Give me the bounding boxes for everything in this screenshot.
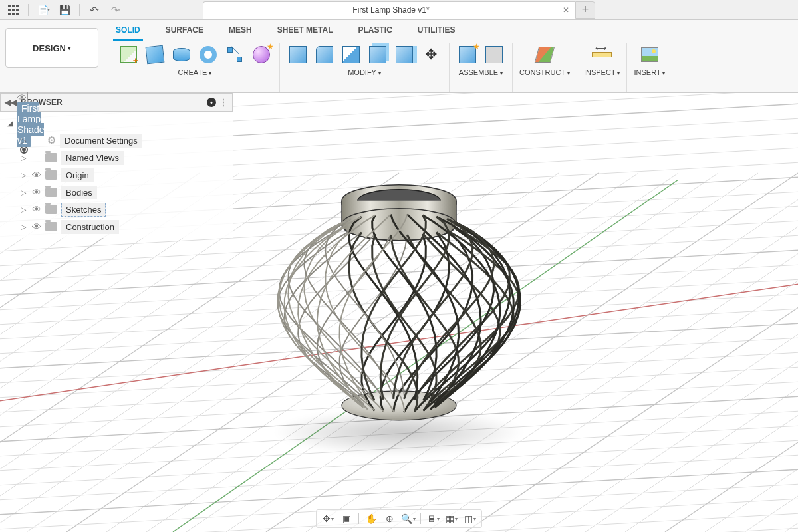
group-insert: INSERT ▾: [627, 43, 672, 92]
expand-icon[interactable]: ▷: [19, 154, 28, 162]
create-form-icon[interactable]: ★: [250, 43, 273, 66]
modify-combine-icon[interactable]: [366, 43, 389, 66]
visibility-icon[interactable]: 👁: [31, 221, 43, 232]
tree-item-sketches[interactable]: ▷👁Sketches: [0, 201, 233, 218]
expand-icon[interactable]: ▷: [19, 171, 28, 180]
group-inspect: INSPECT ▾: [577, 43, 628, 92]
browser-tree: ◢ 👁 First Lamp Shade v1 ▷⚙Document Setti…: [0, 112, 233, 238]
assemble-joint-icon[interactable]: [483, 43, 505, 66]
viewports-icon[interactable]: ◫▾: [462, 511, 479, 526]
design-label: DESIGN: [33, 43, 66, 53]
insert-decal-icon[interactable]: [638, 43, 661, 66]
tab-mesh[interactable]: MESH: [226, 24, 255, 41]
tree-item-bodies[interactable]: ▷👁Bodies: [0, 184, 233, 201]
grid-settings-icon[interactable]: ▦▾: [443, 511, 460, 526]
browser-panel: ◀◀ BROWSER • ⋮ ◢ 👁 First Lamp Shade v1 ▷…: [0, 93, 233, 238]
expand-icon[interactable]: ▷: [19, 188, 28, 197]
folder-icon: [45, 170, 57, 180]
titlebar: 📄▾ 💾 ↶▾ ↷▾ First Lamp Shade v1* ✕ +: [0, 0, 798, 20]
inspect-label[interactable]: INSPECT ▾: [584, 68, 620, 76]
tree-item-origin[interactable]: ▷👁Origin: [0, 166, 233, 184]
tree-root[interactable]: ◢ 👁 First Lamp Shade v1: [0, 114, 233, 132]
pan-icon[interactable]: ⊕: [381, 511, 398, 526]
insert-label[interactable]: INSERT ▾: [634, 68, 665, 76]
visibility-icon[interactable]: 👁: [31, 170, 43, 180]
modify-align-icon[interactable]: [393, 43, 416, 66]
look-at-icon[interactable]: ▣: [338, 511, 355, 526]
expand-icon[interactable]: ◢: [5, 119, 15, 128]
tree-item-label: Origin: [61, 168, 94, 182]
tree-item-named-views[interactable]: ▷Named Views: [0, 149, 233, 166]
group-construct: CONSTRUCT ▾: [513, 43, 577, 92]
document-tab[interactable]: First Lamp Shade v1* ✕: [203, 1, 575, 19]
group-create: ★ CREATE ▾: [110, 43, 280, 92]
tree-item-label: Construction: [61, 220, 119, 234]
create-sketch-icon[interactable]: [117, 43, 140, 66]
zoom-icon[interactable]: 🔍▾: [400, 511, 417, 526]
svg-line-38: [545, 173, 798, 532]
modify-shell-icon[interactable]: [340, 43, 362, 66]
folder-icon: [45, 222, 57, 231]
tree-item-label: Bodies: [61, 186, 97, 200]
create-torus-icon[interactable]: [197, 43, 219, 66]
folder-icon: [45, 153, 57, 162]
tab-utilities[interactable]: UTILITIES: [415, 24, 458, 41]
browser-title: BROWSER: [21, 98, 207, 107]
close-tab-icon[interactable]: ✕: [563, 5, 569, 15]
browser-options-icon[interactable]: •: [207, 98, 216, 107]
expand-icon[interactable]: ▷: [19, 223, 28, 231]
tab-solid[interactable]: SOLID: [113, 24, 143, 41]
tab-sheet-metal[interactable]: SHEET METAL: [275, 24, 336, 41]
tree-item-label: Named Views: [61, 151, 124, 165]
group-modify: ✥ MODIFY ▾: [280, 43, 450, 92]
create-cylinder-icon[interactable]: [170, 43, 193, 66]
folder-icon: [45, 188, 57, 197]
document-title: First Lamp Shade v1*: [352, 5, 429, 15]
expand-icon[interactable]: ▷: [19, 136, 28, 145]
visibility-icon[interactable]: 👁: [31, 187, 43, 198]
tab-surface[interactable]: SURFACE: [163, 24, 206, 41]
nav-toolbar: ✥▾ ▣ ✋ ⊕ 🔍▾ 🖥▾ ▦▾ ◫▾: [316, 509, 482, 528]
svg-line-80: [0, 448, 798, 507]
assemble-label[interactable]: ASSEMBLE ▾: [459, 68, 503, 76]
orbit-icon[interactable]: ✥▾: [319, 511, 336, 526]
tree-item-label: Document Settings: [60, 134, 142, 148]
ribbon: DESIGN▾ SOLID SURFACE MESH SHEET METAL P…: [0, 20, 798, 93]
tab-plastic[interactable]: PLASTIC: [355, 24, 394, 41]
construct-label[interactable]: CONSTRUCT ▾: [519, 68, 570, 76]
construct-plane-icon[interactable]: [533, 43, 556, 66]
model-lamp-shade[interactable]: [259, 165, 539, 434]
pan-hand-icon[interactable]: ✋: [362, 511, 380, 526]
visibility-icon[interactable]: 👁: [31, 204, 43, 215]
grip-icon[interactable]: ⋮: [219, 97, 228, 108]
group-assemble: ★ ASSEMBLE ▾: [450, 43, 513, 92]
create-box-icon[interactable]: [144, 43, 166, 66]
display-settings-icon[interactable]: 🖥▾: [424, 511, 442, 526]
inspect-measure-icon[interactable]: [591, 43, 613, 66]
modify-label[interactable]: MODIFY ▾: [348, 68, 381, 76]
workspace-tabs: SOLID SURFACE MESH SHEET METAL PLASTIC U…: [104, 20, 798, 41]
design-workspace-button[interactable]: DESIGN▾: [5, 28, 98, 68]
tree-item-construction[interactable]: ▷👁Construction: [0, 218, 233, 235]
modify-move-icon[interactable]: ✥: [420, 43, 442, 66]
folder-icon: [45, 205, 57, 214]
modify-press-pull-icon[interactable]: [287, 43, 309, 66]
expand-icon[interactable]: ▷: [19, 205, 28, 214]
new-tab-button[interactable]: +: [575, 1, 595, 19]
collapse-browser-icon[interactable]: ◀◀: [5, 98, 17, 107]
create-label[interactable]: CREATE ▾: [178, 68, 212, 76]
modify-fillet-icon[interactable]: [313, 43, 336, 66]
assemble-new-icon[interactable]: ★: [456, 43, 479, 66]
tree-item-label: Sketches: [61, 203, 106, 217]
gear-icon: ⚙: [45, 134, 57, 146]
create-pattern-icon[interactable]: [223, 43, 246, 66]
